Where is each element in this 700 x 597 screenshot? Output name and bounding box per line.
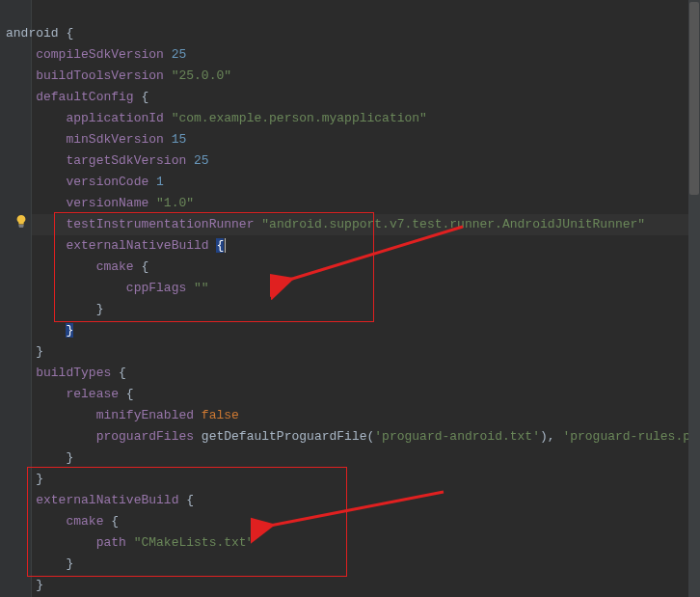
text-cursor: [225, 238, 226, 253]
scrollbar-thumb[interactable]: [689, 2, 699, 195]
code-editor[interactable]: android { compileSdkVersion 25 buildTool…: [0, 0, 700, 597]
vertical-scrollbar[interactable]: [688, 0, 700, 597]
code-token: android {: [6, 26, 73, 41]
code-content: android { compileSdkVersion 25 buildTool…: [6, 2, 700, 597]
